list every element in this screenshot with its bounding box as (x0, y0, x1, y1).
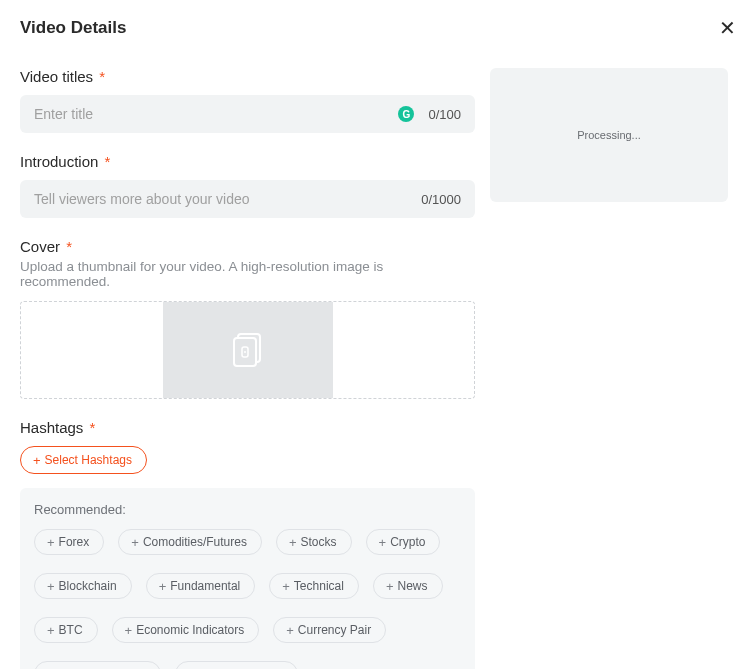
cover-spacer-left (21, 302, 163, 398)
recommended-tag-chip[interactable]: +Trading Analysis (34, 661, 161, 669)
recommended-tag-chip[interactable]: +Technical (269, 573, 359, 599)
plus-icon: + (131, 536, 139, 549)
tag-chip-label: Comodities/Futures (143, 535, 247, 549)
tag-chip-label: BTC (59, 623, 83, 637)
select-hashtags-label: Select Hashtags (45, 453, 132, 467)
recommended-tag-list: +Forex+Comodities/Futures+Stocks+Crypto+… (34, 529, 461, 669)
title-counter: 0/100 (428, 107, 461, 122)
title-label-text: Video titles (20, 68, 93, 85)
recommended-tag-chip[interactable]: +Economic Indicators (112, 617, 260, 643)
recommended-tag-chip[interactable]: +Blockchain (34, 573, 132, 599)
modal-header: Video Details ✕ (20, 18, 736, 38)
plus-icon: + (286, 624, 294, 637)
svg-point-3 (244, 351, 246, 353)
tag-chip-label: Crypto (390, 535, 425, 549)
intro-group: Introduction * 0/1000 (20, 153, 475, 218)
grammarly-icon: G (398, 106, 414, 122)
intro-input-wrapper: 0/1000 (20, 180, 475, 218)
recommended-tag-chip[interactable]: +Fundamental (146, 573, 256, 599)
cover-spacer-right (333, 302, 474, 398)
cover-hint: Upload a thumbnail for your video. A hig… (20, 259, 475, 289)
cover-label: Cover * (20, 238, 475, 255)
modal-title: Video Details (20, 18, 126, 38)
close-button[interactable]: ✕ (719, 18, 736, 38)
hashtags-group: Hashtags * + Select Hashtags Recommended… (20, 419, 475, 669)
intro-input[interactable] (34, 191, 421, 207)
tag-chip-label: Forex (59, 535, 90, 549)
plus-icon: + (379, 536, 387, 549)
image-upload-icon (233, 333, 263, 367)
recommended-tag-chip[interactable]: +Stocks (276, 529, 352, 555)
tag-chip-label: Fundamental (170, 579, 240, 593)
close-icon: ✕ (719, 17, 736, 39)
intro-counter: 0/1000 (421, 192, 461, 207)
required-marker: * (66, 238, 72, 255)
required-marker: * (99, 68, 105, 85)
tag-chip-label: Blockchain (59, 579, 117, 593)
cover-label-text: Cover (20, 238, 60, 255)
plus-icon: + (47, 536, 55, 549)
recommended-tag-chip[interactable]: +BTC (34, 617, 98, 643)
recommended-tag-chip[interactable]: +News (373, 573, 443, 599)
tag-chip-label: Stocks (301, 535, 337, 549)
tag-chip-label: Economic Indicators (136, 623, 244, 637)
tag-chip-label: Currency Pair (298, 623, 371, 637)
cover-group: Cover * Upload a thumbnail for your vide… (20, 238, 475, 399)
title-group: Video titles * G 0/100 (20, 68, 475, 133)
recommended-tag-chip[interactable]: +Currency Pair (273, 617, 386, 643)
cover-upload-center (163, 302, 333, 398)
plus-icon: + (33, 454, 41, 467)
plus-icon: + (282, 580, 290, 593)
plus-icon: + (386, 580, 394, 593)
hashtags-label: Hashtags * (20, 419, 475, 436)
recommended-hashtags-box: Recommended: +Forex+Comodities/Futures+S… (20, 488, 475, 669)
select-hashtags-button[interactable]: + Select Hashtags (20, 446, 147, 474)
recommended-tag-chip[interactable]: +Crypto (366, 529, 441, 555)
recommended-tag-chip[interactable]: +Trading Signals (175, 661, 298, 669)
title-input[interactable] (34, 106, 398, 122)
tag-chip-label: Technical (294, 579, 344, 593)
plus-icon: + (125, 624, 133, 637)
required-marker: * (105, 153, 111, 170)
plus-icon: + (159, 580, 167, 593)
recommended-tag-chip[interactable]: +Comodities/Futures (118, 529, 262, 555)
processing-status: Processing... (577, 129, 641, 141)
intro-label: Introduction * (20, 153, 475, 170)
recommended-tag-chip[interactable]: +Forex (34, 529, 104, 555)
title-input-wrapper: G 0/100 (20, 95, 475, 133)
intro-label-text: Introduction (20, 153, 98, 170)
title-label: Video titles * (20, 68, 475, 85)
plus-icon: + (289, 536, 297, 549)
tag-chip-label: News (397, 579, 427, 593)
video-preview: Processing... (490, 68, 728, 202)
hashtags-label-text: Hashtags (20, 419, 83, 436)
cover-upload-area[interactable] (20, 301, 475, 399)
required-marker: * (90, 419, 96, 436)
plus-icon: + (47, 580, 55, 593)
plus-icon: + (47, 624, 55, 637)
recommended-title: Recommended: (34, 502, 461, 517)
